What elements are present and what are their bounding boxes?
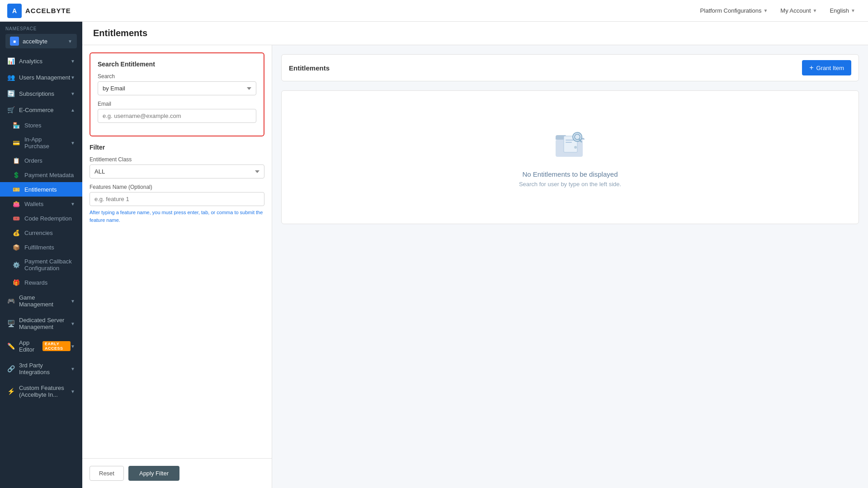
sidebar-item-fulfillments[interactable]: 📦 Fulfillments — [0, 240, 82, 254]
features-hint: After typing a feature name, you must pr… — [90, 209, 264, 224]
payment-metadata-icon: 💲 — [13, 171, 20, 178]
empty-icon — [552, 127, 588, 163]
sidebar-label-wallets: Wallets — [24, 201, 43, 207]
sidebar-nav: 📊 Analytics ▼ 👥 Users Management ▼ 🔄 Sub… — [0, 52, 82, 404]
features-name-group: Features Name (Optional) After typing a … — [90, 184, 264, 224]
page-title: Entitlements — [93, 28, 857, 38]
subscriptions-icon: 🔄 — [7, 90, 14, 97]
top-navigation: A ACCELBYTE Platform Configurations ▼ My… — [0, 0, 868, 22]
sidebar-item-game-management[interactable]: 🎮 Game Management ▼ — [0, 290, 82, 312]
my-account-button[interactable]: My Account ▼ — [775, 5, 822, 17]
entitlements-panel: Entitlements + Grant Item — [272, 45, 868, 488]
ecommerce-chevron-icon: ▲ — [71, 108, 75, 113]
empty-state: No Entitlements to be displayed Search f… — [281, 90, 859, 224]
page-header: Entitlements — [82, 22, 868, 45]
sidebar-item-wallets[interactable]: 👛 Wallets ▼ — [0, 197, 82, 211]
search-entitlement-section: Search Entitlement Search by Email by Us… — [90, 52, 264, 136]
filter-section-title: Filter — [90, 144, 264, 151]
sidebar-item-app-editor[interactable]: ✏️ App Editor EARLY ACCESS ▼ — [0, 335, 82, 357]
svg-rect-3 — [566, 142, 572, 143]
sidebar-item-users-management[interactable]: 👥 Users Management ▼ — [0, 69, 82, 85]
plus-icon: + — [809, 64, 813, 72]
sidebar-item-currencies[interactable]: 💰 Currencies — [0, 225, 82, 240]
search-label: Search — [98, 73, 256, 80]
sidebar-item-payment-callback[interactable]: ⚙️ Payment Callback Configuration — [0, 254, 82, 275]
code-redemption-icon: 🎟️ — [13, 215, 20, 222]
analytics-chevron-icon: ▼ — [71, 59, 75, 64]
sidebar-item-custom-features[interactable]: ⚡ Custom Features (Accelbyte In... ▼ — [0, 380, 82, 403]
sidebar-item-stores[interactable]: 🏪 Stores — [0, 118, 82, 132]
sidebar-item-dedicated-server[interactable]: 🖥️ Dedicated Server Management ▼ — [0, 312, 82, 335]
sidebar-item-entitlements[interactable]: 🎫 Entitlements — [0, 182, 82, 197]
entitlement-class-group: Entitlement Class ALL ENTITLEMENT DISTRI… — [90, 156, 264, 178]
email-label: Email — [98, 101, 256, 107]
entitlement-class-select[interactable]: ALL ENTITLEMENT DISTRIBUTION TICKET — [90, 164, 264, 178]
custom-features-chevron-icon: ▼ — [71, 389, 75, 394]
entitlements-panel-header: Entitlements + Grant Item — [281, 54, 859, 81]
grant-item-label: Grant Item — [816, 65, 844, 71]
entitlement-class-label: Entitlement Class — [90, 156, 264, 163]
orders-icon: 📋 — [13, 157, 20, 164]
search-type-select[interactable]: by Email by User ID by Item ID — [98, 81, 256, 95]
entitlements-panel-title: Entitlements — [289, 64, 330, 72]
sidebar-label-fulfillments: Fulfillments — [24, 244, 54, 251]
platform-configurations-button[interactable]: Platform Configurations ▼ — [695, 5, 774, 17]
language-chevron-icon: ▼ — [851, 8, 855, 13]
users-management-chevron-icon: ▼ — [71, 75, 75, 80]
email-input[interactable] — [98, 109, 256, 123]
language-button[interactable]: English ▼ — [824, 5, 861, 17]
namespace-selector[interactable]: ■ accelbyte ▼ — [5, 34, 77, 48]
sidebar-item-rewards[interactable]: 🎁 Rewards — [0, 275, 82, 290]
sidebar-item-payment-metadata[interactable]: 💲 Payment Metadata — [0, 168, 82, 182]
logo: A ACCELBYTE — [7, 4, 71, 18]
empty-subtitle: Search for user by type on the left side… — [519, 181, 621, 188]
features-name-input[interactable] — [90, 192, 264, 206]
namespace-selector-left: ■ accelbyte — [10, 37, 47, 46]
features-name-label: Features Name (Optional) — [90, 184, 264, 190]
namespace-label: NAMESPACE — [5, 26, 77, 31]
logo-icon: A — [7, 4, 22, 18]
grant-item-button[interactable]: + Grant Item — [802, 60, 851, 75]
content-area: Entitlements Search Entitlement Search b… — [82, 22, 868, 488]
sidebar-label-rewards: Rewards — [24, 279, 47, 286]
sidebar-item-analytics[interactable]: 📊 Analytics ▼ — [0, 53, 82, 69]
apply-filter-button[interactable]: Apply Filter — [128, 466, 179, 481]
filter-panel: Search Entitlement Search by Email by Us… — [82, 45, 272, 488]
namespace-chevron-icon: ▼ — [68, 39, 72, 44]
sidebar-item-code-redemption[interactable]: 🎟️ Code Redemption — [0, 211, 82, 225]
empty-title: No Entitlements to be displayed — [523, 170, 618, 178]
sidebar-label-entitlements: Entitlements — [24, 186, 57, 193]
reset-button[interactable]: Reset — [90, 466, 124, 481]
stores-icon: 🏪 — [13, 122, 20, 129]
main-layout: NAMESPACE ■ accelbyte ▼ 📊 Analytics ▼ — [0, 22, 868, 488]
sidebar-label-orders: Orders — [24, 157, 42, 164]
sidebar-label-ecommerce: E-Commerce — [19, 107, 54, 113]
sidebar-label-currencies: Currencies — [24, 230, 53, 236]
dedicated-server-icon: 🖥️ — [7, 320, 14, 327]
sidebar-item-orders[interactable]: 📋 Orders — [0, 153, 82, 168]
3rd-party-chevron-icon: ▼ — [71, 366, 75, 371]
sidebar-item-3rd-party[interactable]: 🔗 3rd Party Integrations ▼ — [0, 357, 82, 380]
sidebar-label-in-app-purchase: In-App Purchase — [24, 136, 66, 150]
sidebar-label-code-redemption: Code Redemption — [24, 215, 72, 222]
in-app-purchase-icon: 💳 — [13, 139, 20, 146]
svg-point-7 — [574, 146, 577, 149]
early-access-badge: EARLY ACCESS — [42, 341, 71, 351]
in-app-purchase-chevron-icon: ▼ — [71, 141, 75, 145]
sidebar-item-subscriptions[interactable]: 🔄 Subscriptions ▼ — [0, 85, 82, 102]
sidebar-label-analytics: Analytics — [19, 58, 42, 65]
currencies-icon: 💰 — [13, 229, 20, 236]
sidebar-item-in-app-purchase[interactable]: 💳 In-App Purchase ▼ — [0, 132, 82, 153]
3rd-party-icon: 🔗 — [7, 365, 14, 372]
game-management-icon: 🎮 — [7, 297, 14, 305]
dedicated-server-chevron-icon: ▼ — [71, 321, 75, 326]
sidebar-item-ecommerce[interactable]: 🛒 E-Commerce ▲ — [0, 102, 82, 118]
sidebar-label-game-management: Game Management — [19, 294, 71, 308]
custom-features-icon: ⚡ — [7, 388, 14, 395]
platform-config-chevron-icon: ▼ — [763, 8, 768, 13]
sidebar-label-users-management: Users Management — [19, 74, 70, 81]
sidebar-label-stores: Stores — [24, 122, 42, 129]
namespace-name: accelbyte — [23, 38, 47, 45]
sidebar-label-subscriptions: Subscriptions — [19, 90, 54, 97]
namespace-icon: ■ — [10, 37, 19, 46]
